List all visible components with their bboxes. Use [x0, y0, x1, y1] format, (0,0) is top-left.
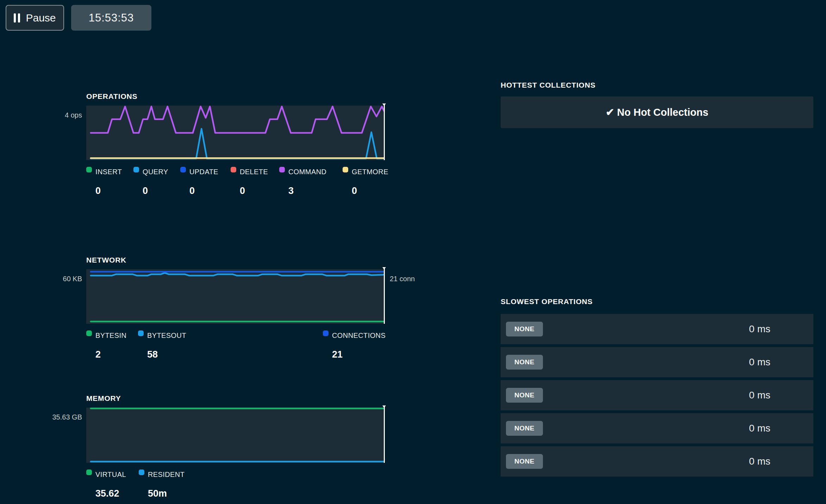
- legend-item-insert: INSERT 0: [86, 168, 122, 196]
- slowest-operation-row: NONE 0 ms: [501, 314, 813, 344]
- toolbar: Pause 15:53:53: [6, 5, 151, 31]
- legend-value: 0: [143, 185, 168, 196]
- resident-swatch-icon: [139, 470, 144, 475]
- network-title: NETWORK: [86, 256, 385, 264]
- slowest-operation-row: NONE 0 ms: [501, 347, 813, 377]
- legend-label: INSERT: [95, 168, 122, 176]
- legend-item-command: COMMAND 3: [279, 168, 326, 196]
- legend-item-bytesin: BYTESIN 2: [86, 332, 126, 360]
- legend-label: BYTESIN: [95, 332, 126, 340]
- legend-item-update: UPDATE 0: [180, 168, 218, 196]
- legend-item-query: QUERY 0: [133, 168, 168, 196]
- memory-chart: 35.63 GB: [86, 408, 385, 463]
- none-badge: NONE: [506, 322, 543, 336]
- legend-value: 0: [95, 185, 122, 196]
- network-legend: BYTESIN 2 BYTESOUT 58 CONNECTIONS 21: [86, 332, 385, 373]
- legend-label: RESIDENT: [148, 471, 184, 479]
- legend-value: 50m: [148, 488, 184, 499]
- query-swatch-icon: [133, 167, 139, 172]
- no-hot-collections-message: ✔ No Hot Collections: [606, 106, 708, 118]
- legend-item-virtual: VIRTUAL 35.62: [86, 471, 126, 499]
- operations-chart: 4 ops: [86, 106, 385, 160]
- legend-label: VIRTUAL: [95, 471, 126, 479]
- network-chart-canvas: [86, 269, 385, 324]
- update-swatch-icon: [180, 167, 186, 172]
- legend-value: 35.62: [95, 488, 126, 499]
- memory-legend: VIRTUAL 35.62 RESIDENT 50m: [86, 471, 385, 504]
- hottest-collections-empty-state: ✔ No Hot Collections: [501, 96, 813, 128]
- legend-label: UPDATE: [189, 168, 218, 176]
- legend-label: QUERY: [143, 168, 168, 176]
- memory-chart-canvas: [86, 408, 385, 463]
- network-chart: 60 KB 21 conn: [86, 269, 385, 324]
- operation-duration: 0 ms: [749, 390, 770, 401]
- legend-value: 58: [147, 349, 186, 360]
- none-badge: NONE: [506, 421, 543, 436]
- current-time-display: 15:53:53: [71, 5, 151, 31]
- hottest-collections-title: HOTTEST COLLECTIONS: [501, 81, 813, 89]
- operations-section: OPERATIONS 4 ops INSERT 0 QUERY 0 UPDATE…: [86, 92, 385, 209]
- operation-duration: 0 ms: [749, 456, 770, 467]
- none-badge: NONE: [506, 388, 543, 403]
- memory-y-axis-max-label: 35.63 GB: [52, 413, 82, 421]
- time-cursor-line: [384, 406, 385, 463]
- connections-swatch-icon: [323, 330, 328, 336]
- legend-item-connections: CONNECTIONS 21: [323, 332, 386, 360]
- time-cursor-line: [384, 267, 385, 324]
- slowest-operations-title: SLOWEST OPERATIONS: [501, 297, 813, 306]
- pause-icon: [14, 13, 20, 23]
- slowest-operations-section: SLOWEST OPERATIONS NONE 0 ms NONE 0 ms N…: [501, 297, 813, 477]
- hottest-collections-section: HOTTEST COLLECTIONS ✔ No Hot Collections: [501, 81, 813, 128]
- legend-value: 2: [95, 349, 126, 360]
- legend-value: 0: [240, 185, 268, 196]
- operations-chart-canvas: [86, 106, 385, 160]
- operation-duration: 0 ms: [749, 357, 770, 368]
- legend-item-getmore: GETMORE 0: [343, 168, 388, 196]
- virtual-swatch-icon: [86, 470, 92, 475]
- pause-button-label: Pause: [26, 12, 56, 24]
- command-swatch-icon: [279, 167, 285, 172]
- delete-swatch-icon: [231, 167, 236, 172]
- slowest-operation-row: NONE 0 ms: [501, 446, 813, 477]
- legend-value: 0: [352, 185, 388, 196]
- bytesin-swatch-icon: [86, 330, 92, 336]
- legend-label: COMMAND: [288, 168, 326, 176]
- memory-title: MEMORY: [86, 394, 385, 403]
- memory-section: MEMORY 35.63 GB VIRTUAL 35.62 RESIDENT 5…: [86, 394, 385, 504]
- slowest-operations-list: NONE 0 ms NONE 0 ms NONE 0 ms NONE 0 ms …: [501, 314, 813, 477]
- legend-value: 21: [332, 349, 386, 360]
- legend-value: 0: [189, 185, 218, 196]
- legend-label: CONNECTIONS: [332, 332, 386, 340]
- legend-item-resident: RESIDENT 50m: [139, 471, 184, 499]
- none-badge: NONE: [506, 355, 543, 370]
- operation-duration: 0 ms: [749, 323, 770, 335]
- current-time: 15:53:53: [89, 12, 134, 24]
- network-y-axis-max-label: 60 KB: [63, 275, 82, 283]
- operations-title: OPERATIONS: [86, 92, 385, 101]
- time-cursor-line: [384, 104, 385, 160]
- operations-legend: INSERT 0 QUERY 0 UPDATE 0 DELETE 0 COMMA…: [86, 168, 385, 209]
- legend-item-delete: DELETE 0: [231, 168, 268, 196]
- legend-value: 3: [288, 185, 326, 196]
- pause-button[interactable]: Pause: [6, 5, 64, 31]
- legend-label: GETMORE: [352, 168, 388, 176]
- network-section: NETWORK 60 KB 21 conn BYTESIN 2 BYTESOUT…: [86, 256, 385, 373]
- slowest-operation-row: NONE 0 ms: [501, 413, 813, 443]
- legend-label: DELETE: [240, 168, 268, 176]
- slowest-operation-row: NONE 0 ms: [501, 380, 813, 410]
- operations-y-axis-max-label: 4 ops: [65, 111, 82, 119]
- legend-label: BYTESOUT: [147, 332, 186, 340]
- network-right-axis-max-label: 21 conn: [390, 275, 415, 283]
- getmore-swatch-icon: [343, 167, 348, 172]
- operation-duration: 0 ms: [749, 423, 770, 434]
- legend-item-bytesout: BYTESOUT 58: [138, 332, 186, 360]
- none-badge: NONE: [506, 454, 543, 469]
- bytesout-swatch-icon: [138, 330, 144, 336]
- insert-swatch-icon: [86, 167, 92, 172]
